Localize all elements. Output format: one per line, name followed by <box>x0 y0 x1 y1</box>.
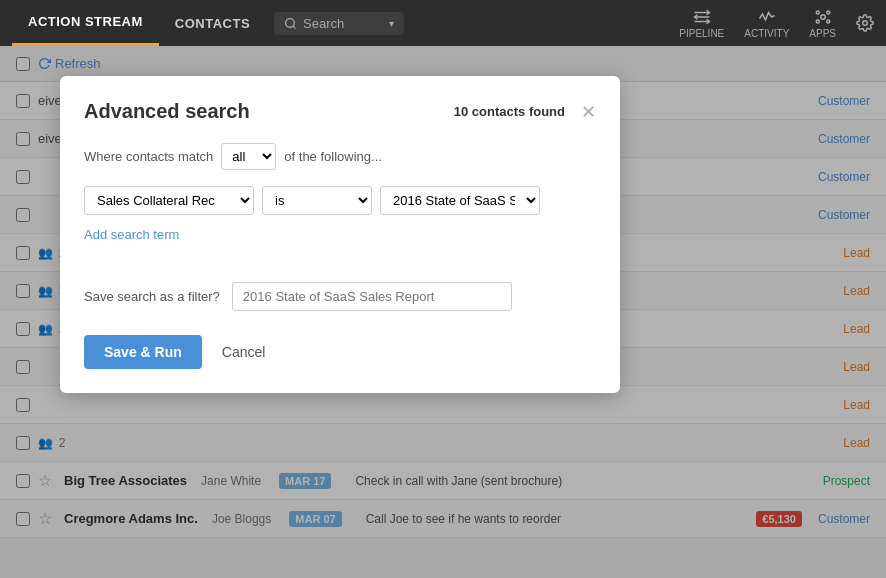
nav-tab-contacts[interactable]: CONTACTS <box>159 0 266 46</box>
save-filter-input[interactable]: 2016 State of SaaS Sales Report <box>232 282 512 311</box>
contacts-label: contacts found <box>472 104 565 119</box>
modal-close-button[interactable]: ✕ <box>581 103 596 121</box>
svg-line-1 <box>293 26 295 28</box>
svg-point-5 <box>820 14 825 19</box>
apps-label: APPS <box>809 28 836 39</box>
cancel-button[interactable]: Cancel <box>214 335 274 369</box>
nav-pipeline[interactable]: PIPELINE <box>679 8 724 39</box>
nav-activity[interactable]: ACTIVITY <box>744 8 789 39</box>
filter-operator-select[interactable]: is <box>262 186 372 215</box>
advanced-search-modal: Advanced search 10 contacts found ✕ Wher… <box>60 76 620 393</box>
add-search-term-button[interactable]: Add search term <box>84 227 179 242</box>
svg-point-7 <box>826 11 829 14</box>
content-area: Refresh eived our deal Customer eived ou… <box>0 46 886 578</box>
svg-point-0 <box>286 18 295 27</box>
apps-icon <box>814 8 832 26</box>
nav-settings[interactable] <box>856 14 874 32</box>
activity-icon <box>758 8 776 26</box>
save-filter-label: Save search as a filter? <box>84 289 220 304</box>
match-row: Where contacts match all any of the foll… <box>84 143 596 170</box>
gear-icon <box>856 14 874 32</box>
svg-point-6 <box>816 11 819 14</box>
action-row: Save & Run Cancel <box>84 335 596 369</box>
top-nav: ACTION STREAM CONTACTS ▾ PIPELINE ACTIVI… <box>0 0 886 46</box>
modal-header: Advanced search 10 contacts found ✕ <box>84 100 596 123</box>
pipeline-label: PIPELINE <box>679 28 724 39</box>
match-label-after: of the following... <box>284 149 382 164</box>
nav-apps[interactable]: APPS <box>809 8 836 39</box>
filter-value-select[interactable]: 2016 State of SaaS Sal <box>380 186 540 215</box>
search-input[interactable] <box>303 16 383 31</box>
nav-right: PIPELINE ACTIVITY APPS <box>679 8 874 39</box>
nav-tab-action-stream[interactable]: ACTION STREAM <box>12 0 159 46</box>
filter-row: Sales Collateral Rec is 2016 State of Sa… <box>84 186 596 215</box>
filter-field-select[interactable]: Sales Collateral Rec <box>84 186 254 215</box>
match-label-before: Where contacts match <box>84 149 213 164</box>
modal-title: Advanced search <box>84 100 250 123</box>
modal-contacts-found: 10 contacts found <box>454 104 565 119</box>
search-icon <box>284 17 297 30</box>
save-filter-row: Save search as a filter? 2016 State of S… <box>84 282 596 311</box>
match-select[interactable]: all any <box>221 143 276 170</box>
contacts-count: 10 <box>454 104 468 119</box>
save-run-button[interactable]: Save & Run <box>84 335 202 369</box>
activity-label: ACTIVITY <box>744 28 789 39</box>
pipeline-icon <box>693 8 711 26</box>
search-box[interactable]: ▾ <box>274 12 404 35</box>
svg-point-9 <box>826 20 829 23</box>
svg-point-8 <box>816 20 819 23</box>
search-chevron-icon: ▾ <box>389 18 394 29</box>
modal-overlay: Advanced search 10 contacts found ✕ Wher… <box>0 46 886 578</box>
svg-point-10 <box>863 21 868 26</box>
